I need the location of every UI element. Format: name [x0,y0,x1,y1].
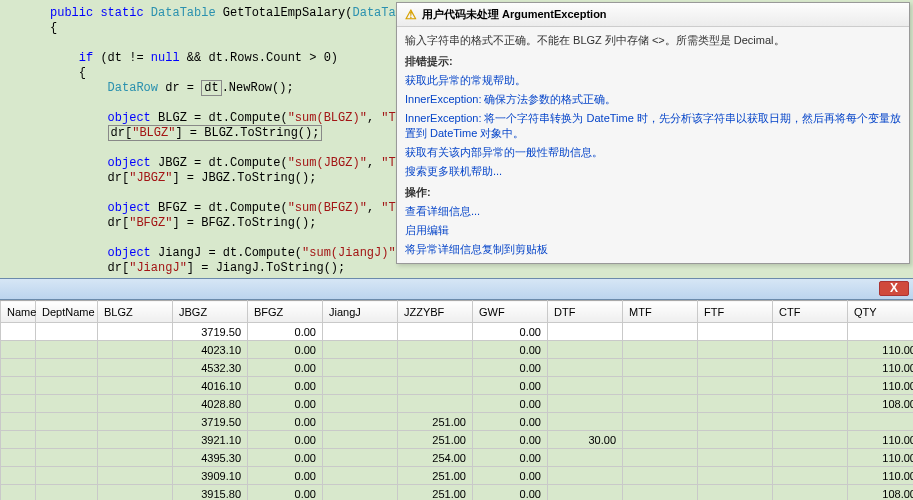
cell: 0.00 [248,359,323,377]
help-link-general[interactable]: 获取此异常的常规帮助。 [405,71,901,90]
action-copy[interactable]: 将异常详细信息复制到剪贴板 [405,240,901,259]
cell: 0.00 [248,467,323,485]
col-header-qty[interactable]: QTY [848,301,914,323]
table-row[interactable]: 3921.100.00251.000.0030.00110.00 [1,431,914,449]
cell [773,431,848,449]
col-header-jzzybf[interactable]: JZZYBF [398,301,473,323]
code-text: JBGZ = dt.Compute( [151,156,288,170]
cell: 0.00 [473,323,548,341]
cell [548,485,623,501]
cell [98,431,173,449]
cell [548,359,623,377]
help-link-search[interactable]: 搜索更多联机帮助... [405,162,901,181]
cell [773,377,848,395]
table-row[interactable]: 3909.100.00251.000.00110.00 [1,467,914,485]
cell: 0.00 [473,341,548,359]
close-button[interactable]: X [879,281,909,296]
table-row[interactable]: 4023.100.000.00110.00 [1,341,914,359]
cell [323,359,398,377]
action-edit[interactable]: 启用编辑 [405,221,901,240]
cell [773,323,848,341]
cell [698,323,773,341]
cell [698,359,773,377]
tooltip-title: 用户代码未处理 ArgumentException [422,7,607,22]
cell: 108.00 [848,485,914,501]
code-text [50,126,108,140]
code-text: dr[ [50,261,129,275]
kw-null: null [151,51,180,65]
help-link-inner1[interactable]: InnerException: 确保方法参数的格式正确。 [405,90,901,109]
cell: 3719.50 [173,413,248,431]
cell [36,395,98,413]
code-text: (dt != [93,51,151,65]
cell [698,413,773,431]
col-header-dtf[interactable]: DTF [548,301,623,323]
cell [698,377,773,395]
code-text: , [367,111,381,125]
cell [698,341,773,359]
table-row[interactable]: 3719.500.00251.000.00 [1,413,914,431]
tooltip-header: ⚠ 用户代码未处理 ArgumentException [397,3,909,27]
table-row[interactable]: 4395.300.00254.000.00110.00 [1,449,914,467]
kw-static: static [100,6,143,20]
table-row[interactable]: 4028.800.000.00108.00 [1,395,914,413]
col-header-mtf[interactable]: MTF [623,301,698,323]
col-header-ftf[interactable]: FTF [698,301,773,323]
help-link-inner2[interactable]: InnerException: 将一个字符串转换为 DateTime 时，先分析… [405,109,901,143]
cell [1,467,36,485]
code-text: , [367,201,381,215]
cell [1,395,36,413]
cell: 251.00 [398,431,473,449]
cell [398,323,473,341]
table-row[interactable]: 4532.300.000.00110.00 [1,359,914,377]
str: "sum(BLGZ)" [288,111,367,125]
cell [323,413,398,431]
cell: 0.00 [473,431,548,449]
action-details[interactable]: 查看详细信息... [405,202,901,221]
type-datarow: DataRow [108,81,158,95]
col-header-ctf[interactable]: CTF [773,301,848,323]
col-header-deptname[interactable]: DeptName [36,301,98,323]
cell [98,467,173,485]
debug-section-label: 排错提示: [405,50,901,71]
col-header-jiangj[interactable]: JiangJ [323,301,398,323]
cell [323,323,398,341]
cell [323,395,398,413]
table-row[interactable]: 4016.100.000.00110.00 [1,377,914,395]
table-row[interactable]: 3719.500.000.00 [1,323,914,341]
col-header-jbgz[interactable]: JBGZ [173,301,248,323]
window-titlebar[interactable]: X [0,278,913,300]
str: "BFGZ" [129,216,172,230]
data-grid[interactable]: NameDeptNameBLGZJBGZBFGZJiangJJZZYBFGWFD… [0,300,913,500]
col-header-name[interactable]: Name [1,301,36,323]
cell [398,395,473,413]
cell [36,467,98,485]
cell [698,395,773,413]
col-header-blgz[interactable]: BLGZ [98,301,173,323]
table-row[interactable]: 3915.800.00251.000.00108.00 [1,485,914,501]
cell: 4023.10 [173,341,248,359]
cell [548,413,623,431]
cell [1,377,36,395]
code-text: .NewRow(); [222,81,294,95]
cell [98,449,173,467]
help-link-inner-general[interactable]: 获取有关该内部异常的一般性帮助信息。 [405,143,901,162]
cell [773,467,848,485]
cell: 0.00 [473,449,548,467]
cell [548,377,623,395]
warning-icon: ⚠ [405,8,417,21]
cell: 0.00 [248,413,323,431]
kw-if: if [50,51,93,65]
cell: 0.00 [248,485,323,501]
col-header-bfgz[interactable]: BFGZ [248,301,323,323]
col-header-gwf[interactable]: GWF [473,301,548,323]
cell: 3719.50 [173,323,248,341]
code-text: dr[ [50,171,129,185]
cell [623,359,698,377]
cell [623,431,698,449]
cell: 110.00 [848,377,914,395]
str: "sum(BFGZ)" [288,201,367,215]
cell [323,431,398,449]
exception-tooltip: ⚠ 用户代码未处理 ArgumentException 输入字符串的格式不正确。… [396,2,910,264]
cell [623,395,698,413]
